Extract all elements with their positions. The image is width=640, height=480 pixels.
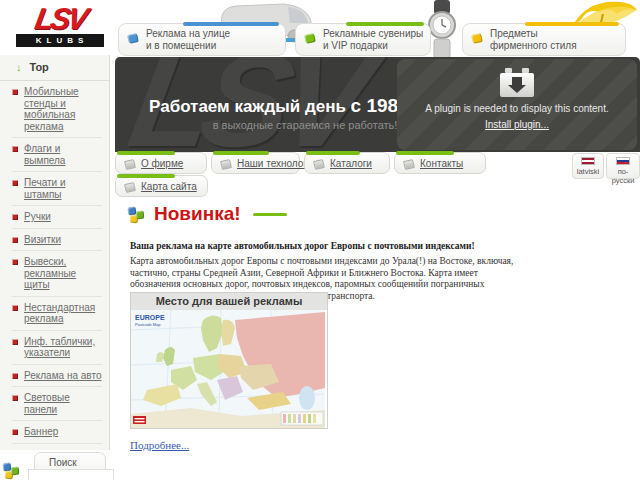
nav-tab-label: О фирме	[141, 158, 183, 169]
yellow-cube-icon	[471, 33, 483, 44]
sidebar-item-light-panels[interactable]: Световые панели	[12, 387, 102, 421]
blue-cube-icon	[127, 33, 139, 44]
sidebar-item-signboards[interactable]: Вывески, рекламные щиты	[12, 251, 102, 297]
sidebar-item-label: Световые панели	[24, 392, 102, 415]
tab-label-line2: и VIP подарки	[323, 40, 388, 51]
sidebar-item-label: Флаги и вымпела	[24, 143, 102, 166]
sidebar-item-pens[interactable]: Ручки	[12, 206, 102, 229]
news-title: Новинка!	[154, 203, 241, 225]
header-banner: LSV Работаем каждый день с 1988 года, в …	[115, 57, 640, 152]
europe-map-image: EUROPE Postcode Map	[131, 310, 325, 428]
sidebar-item-label: Баннер	[24, 426, 58, 438]
sidebar-top-label: Top	[30, 61, 49, 73]
plugin-icon	[500, 73, 534, 97]
tab-accent-bar	[525, 22, 619, 26]
sidebar-item-label: Визитки	[24, 234, 61, 246]
tab-souvenirs-vip[interactable]: Рекламные сувениры и VIP подарки	[295, 23, 431, 56]
search-label: Поиск	[49, 457, 77, 468]
europe-map-figure[interactable]: Место для вашей рекламы EUROPE Pos	[130, 292, 328, 429]
svg-text:EUROPE: EUROPE	[135, 314, 165, 321]
sidebar-top-header[interactable]: ↓Top	[0, 55, 109, 81]
tab-accent-bar	[213, 151, 269, 155]
colored-blocks-icon	[3, 461, 21, 479]
install-plugin-link[interactable]: Install plugin...	[485, 119, 549, 130]
language-label: по-русски	[612, 167, 635, 185]
sidebar-item-label: Вывески, рекламные щиты	[24, 256, 102, 291]
green-dash-decoration	[253, 213, 287, 216]
nav-tab-catalogs[interactable]: Каталоги	[304, 152, 390, 174]
sidebar-item-label: Мобильные стенды и мобильная реклама	[24, 86, 102, 132]
sidebar-item-vehicle-ads[interactable]: Реклама на авто	[12, 365, 102, 388]
sidebar-item-stamps[interactable]: Печати и штампы	[12, 172, 102, 206]
tab-label-line2: фирменного стиля	[490, 40, 577, 51]
sidebar-item-consulting[interactable]: Консультации рекламного специалиста	[12, 444, 102, 451]
cube-icon	[124, 182, 136, 193]
language-russian-button[interactable]: по-русски	[606, 153, 640, 179]
cube-icon	[220, 159, 232, 170]
sidebar-item-label: Инф. таблички, указатели	[24, 336, 102, 359]
sidebar: ↓Top Мобильные стенды и мобильная реклам…	[0, 55, 110, 450]
article-lead: Ваша реклама на карте автомобильных доро…	[130, 241, 530, 251]
sidebar-item-label: Ручки	[24, 211, 51, 223]
sidebar-item-label: Нестандартная реклама	[24, 302, 102, 325]
plugin-message: A plugin is needed to display this conte…	[422, 103, 612, 115]
red-square-bullet-icon	[12, 146, 18, 152]
sidebar-item-business-cards[interactable]: Визитки	[12, 229, 102, 252]
nav-tab-label: Контакты	[420, 158, 463, 169]
red-square-bullet-icon	[12, 339, 18, 345]
red-square-bullet-icon	[12, 395, 18, 401]
tab-accent-bar	[396, 151, 454, 155]
tab-label-line1: Предметы	[490, 28, 538, 39]
tab-corporate-style[interactable]: Предметы фирменного стиля	[462, 23, 626, 56]
cube-icon	[124, 159, 136, 170]
latvian-flag-icon	[581, 157, 595, 165]
download-arrow-icon	[512, 77, 522, 85]
nav-tab-technologies[interactable]: Наши технологии	[211, 152, 300, 174]
sidebar-item-banner[interactable]: Баннер	[12, 421, 102, 444]
tab-accent-bar	[346, 22, 424, 26]
logo-klubs-text: KLUBS	[16, 34, 104, 47]
colored-blocks-icon	[128, 205, 146, 223]
svg-text:Postcode Map: Postcode Map	[135, 322, 161, 327]
language-latvian-button[interactable]: latviski	[572, 153, 604, 179]
banner-slogan-text: Работаем каждый день	[149, 97, 346, 116]
read-more-link[interactable]: Подробнее...	[130, 439, 189, 451]
cube-icon	[403, 159, 415, 170]
cube-icon	[313, 159, 325, 170]
logo-lsv-text: LSV	[13, 4, 106, 34]
nav-tab-about[interactable]: О фирме	[115, 152, 207, 174]
down-arrow-icon: ↓	[16, 61, 22, 73]
sidebar-item-mobile-stands[interactable]: Мобильные стенды и мобильная реклама	[12, 81, 102, 138]
sidebar-item-flags[interactable]: Флаги и вымпела	[12, 138, 102, 172]
nav-tab-sitemap[interactable]: Карта сайта	[115, 175, 208, 197]
tab-outdoor-indoor-ads[interactable]: Реклама на улице и в помещении	[118, 23, 286, 56]
tab-accent-bar	[117, 174, 175, 178]
red-square-bullet-icon	[12, 237, 18, 243]
tab-accent-bar	[306, 151, 360, 155]
map-caption: Место для вашей рекламы	[131, 293, 327, 310]
sidebar-item-label: Реклама на авто	[24, 370, 101, 382]
nav-tab-label: Карта сайта	[141, 181, 197, 192]
language-label: latviski	[577, 167, 600, 176]
red-square-bullet-icon	[12, 373, 18, 379]
red-square-bullet-icon	[12, 180, 18, 186]
nav-tab-contacts[interactable]: Контакты	[394, 152, 486, 174]
site-logo[interactable]: LSV KLUBS	[16, 4, 104, 47]
red-square-bullet-icon	[12, 259, 18, 265]
tab-label-line2: и в помещении	[146, 40, 216, 51]
sidebar-item-label: Печати и штампы	[24, 177, 102, 200]
nav-tab-label: Каталоги	[330, 158, 372, 169]
search-input[interactable]	[28, 469, 114, 480]
sidebar-item-nonstandard-ads[interactable]: Нестандартная реклама	[12, 297, 102, 331]
sidebar-item-label: Консультации рекламного специалиста	[24, 449, 102, 451]
red-square-bullet-icon	[12, 429, 18, 435]
tab-label-line1: Рекламные сувениры	[323, 28, 423, 39]
red-square-bullet-icon	[12, 214, 18, 220]
tab-label-line1: Реклама на улице	[146, 28, 230, 39]
green-cube-icon	[304, 33, 316, 44]
red-square-bullet-icon	[12, 89, 18, 95]
news-header: Новинка!	[128, 203, 287, 225]
tab-accent-bar	[117, 151, 175, 155]
plugin-placeholder: A plugin is needed to display this conte…	[397, 59, 637, 150]
sidebar-item-info-plates[interactable]: Инф. таблички, указатели	[12, 331, 102, 365]
